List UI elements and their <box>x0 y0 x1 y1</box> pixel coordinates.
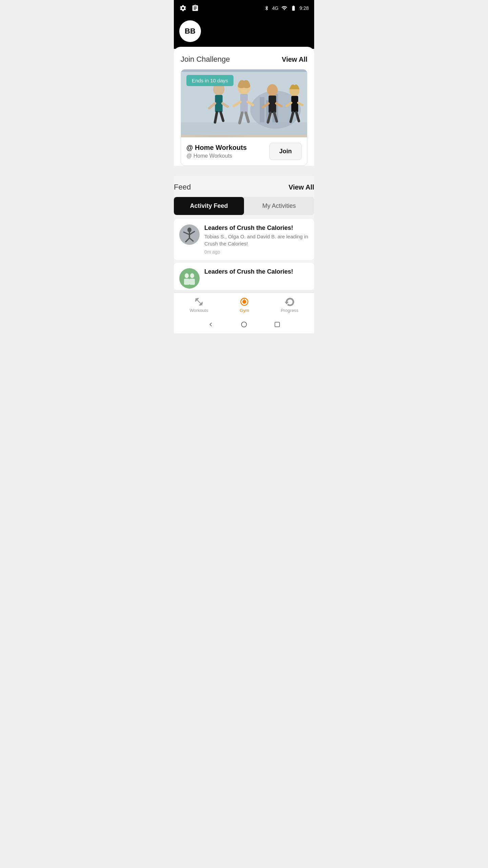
status-bar: 4G 9:28 <box>174 0 314 16</box>
bluetooth-icon <box>264 5 269 12</box>
svg-rect-41 <box>189 279 195 285</box>
challenge-image: Ends in 10 days <box>181 70 307 137</box>
top-bar: BB <box>174 16 314 49</box>
nav-label-workouts: Workouts <box>190 308 208 313</box>
battery-icon <box>290 5 297 11</box>
join-challenge-header: Join Challenge View All <box>181 55 307 64</box>
feed-item-1-description: Tobias S., Olga O. and David B. are lead… <box>204 233 309 247</box>
feed-item-1-title: Leaders of Crush the Calories! <box>204 224 309 232</box>
clipboard-icon <box>191 4 199 12</box>
nav-item-progress[interactable]: Progress <box>281 297 298 313</box>
feed-item-2: Leaders of Crush the Calories! <box>174 263 314 290</box>
svg-rect-46 <box>275 322 280 327</box>
challenge-subtitle: @ Home Workouts <box>186 153 247 159</box>
join-button[interactable]: Join <box>269 143 302 160</box>
svg-rect-13 <box>240 94 248 113</box>
android-nav-bar <box>174 316 314 333</box>
network-indicator: 4G <box>272 5 279 11</box>
workouts-icon <box>194 297 204 307</box>
svg-rect-25 <box>291 96 298 112</box>
feed-title: Feed <box>174 183 191 192</box>
svg-point-42 <box>242 300 246 304</box>
home-button[interactable] <box>240 321 248 328</box>
challenge-card: Ends in 10 days @ Home Workouts @ Home W… <box>181 69 307 166</box>
feed-item-2-title: Leaders of Crush the Calories! <box>204 268 293 275</box>
status-bar-right: 4G 9:28 <box>264 5 309 12</box>
feed-view-all[interactable]: View All <box>288 183 314 191</box>
status-bar-left <box>179 4 199 12</box>
feed-item-1: Leaders of Crush the Calories! Tobias S.… <box>174 219 314 260</box>
feed-avatar-1 <box>179 224 200 245</box>
feed-content-1: Leaders of Crush the Calories! Tobias S.… <box>204 224 309 255</box>
svg-point-31 <box>187 228 191 232</box>
group-avatar-svg <box>179 268 200 289</box>
svg-point-45 <box>242 322 247 327</box>
nav-item-workouts[interactable]: Workouts <box>190 297 208 313</box>
svg-rect-3 <box>260 97 265 122</box>
svg-rect-19 <box>269 96 276 113</box>
feed-tabs: Activity Feed My Activities <box>174 197 314 215</box>
feed-section: Feed View All Activity Feed My Activitie… <box>174 176 314 290</box>
nav-label-progress: Progress <box>281 308 298 313</box>
time-display: 9:28 <box>300 5 309 11</box>
bottom-nav: Workouts Gym Progress <box>174 293 314 316</box>
feed-header: Feed View All <box>174 183 314 192</box>
recents-button[interactable] <box>273 321 281 328</box>
svg-point-37 <box>179 268 200 289</box>
challenge-title: @ Home Workouts <box>186 144 247 152</box>
feed-item-1-time: 0m ago <box>204 249 309 255</box>
svg-point-38 <box>185 273 189 278</box>
back-button[interactable] <box>207 321 215 328</box>
signal-icon <box>281 5 287 11</box>
svg-point-39 <box>190 273 194 278</box>
user-avatar[interactable]: BB <box>179 20 201 42</box>
main-content: Join Challenge View All <box>174 47 314 166</box>
feed-content-2: Leaders of Crush the Calories! <box>204 268 293 277</box>
join-challenge-title: Join Challenge <box>181 55 230 64</box>
feed-avatar-2 <box>179 268 200 289</box>
yoga-avatar-svg <box>179 224 200 245</box>
svg-point-18 <box>267 84 278 96</box>
svg-rect-40 <box>184 279 189 285</box>
progress-icon <box>285 297 294 307</box>
tab-activity-feed[interactable]: Activity Feed <box>174 197 244 215</box>
challenge-text: @ Home Workouts @ Home Workouts <box>186 144 247 159</box>
nav-item-gym[interactable]: Gym <box>240 297 249 313</box>
challenge-ends-badge: Ends in 10 days <box>186 75 233 86</box>
gym-icon <box>240 297 249 307</box>
gear-icon <box>179 4 187 12</box>
tab-my-activities[interactable]: My Activities <box>244 197 314 215</box>
nav-label-gym: Gym <box>240 308 249 313</box>
join-challenge-view-all[interactable]: View All <box>282 56 307 63</box>
challenge-info: @ Home Workouts @ Home Workouts Join <box>181 137 307 165</box>
